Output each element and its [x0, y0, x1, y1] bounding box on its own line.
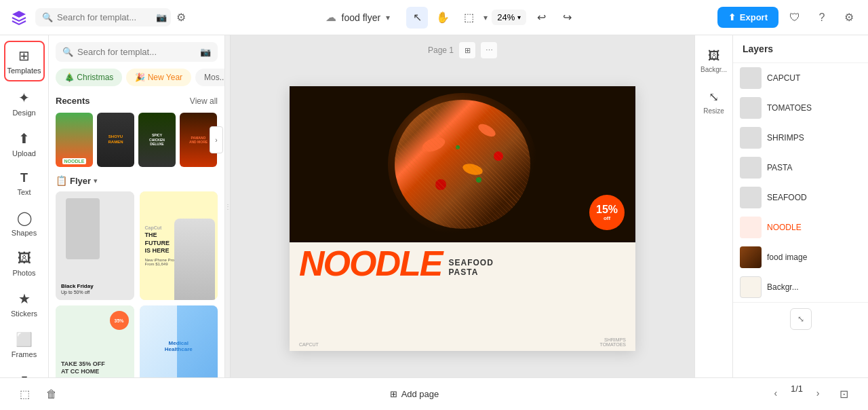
flyer-noodle-title: NOODLE	[299, 248, 441, 280]
layer-name-shrimps: SHRIMPS	[767, 133, 804, 143]
recents-title: Recents	[56, 96, 90, 106]
settings-button[interactable]: ⚙	[838, 7, 860, 29]
layers-expand-button[interactable]: ⤡	[790, 308, 812, 330]
canvas-scroll[interactable]: Page 1 ⊞ ⋯	[231, 35, 694, 377]
redo-button[interactable]: ↪	[556, 7, 578, 29]
tag-newyear[interactable]: 🎉 New Year	[126, 69, 191, 86]
layer-thumb-food-image	[740, 246, 762, 268]
layer-name-noodle: NOODLE	[767, 223, 802, 232]
add-page-button[interactable]: ⊞ Add page	[383, 385, 446, 403]
layer-item-seafood[interactable]: SEAFOOD	[733, 183, 868, 212]
panel-search-icon: 🔍	[62, 47, 73, 57]
layer-item-pasta[interactable]: PASTA	[733, 153, 868, 183]
background-icon: 🖼	[708, 49, 720, 63]
bottom-center-tools: ⊞ Add page	[383, 385, 446, 403]
export-button[interactable]: ⬆ Export	[717, 7, 778, 28]
left-sidebar: ⊞ Templates ✦ Design ⬆ Upload T Text ◯ S…	[0, 35, 49, 377]
layer-item-tomatoes[interactable]: TOMATOES	[733, 93, 868, 123]
sidebar-item-frames[interactable]: ⬜ Frames	[4, 326, 45, 364]
tag-more[interactable]: Mos...	[195, 69, 224, 86]
flyer-section-header[interactable]: 📋 Flyer ▾	[56, 175, 218, 186]
canvas-frame[interactable]: 15% off NOODLE SEAFOOD PAS	[290, 86, 635, 351]
delete-page-button[interactable]: 🗑	[41, 384, 62, 405]
help-button[interactable]: ?	[811, 7, 833, 29]
sidebar-item-text[interactable]: T Text	[4, 166, 45, 202]
layers-panel: Layers CAPCUT TOMATOES SHRIMPS PASTA SEA…	[732, 35, 868, 377]
frame-chevron-icon[interactable]: ▾	[484, 13, 488, 22]
tag-christmas[interactable]: 🎄 Christmas	[56, 69, 122, 86]
zoom-chevron-icon: ▾	[517, 14, 521, 21]
templates-icon: ⊞	[18, 48, 30, 64]
template-card-2[interactable]: CapCut THEFUTUREIS HERE New iPhone ProFr…	[140, 191, 218, 300]
flyer-footer: CAPCUT SHRIMPS TOMATOES	[299, 337, 626, 347]
search-input[interactable]	[57, 12, 152, 22]
select-tool-button[interactable]: ↖	[406, 7, 428, 29]
flyer-bottom: NOODLE SEAFOOD PASTA CAPCUT SHRIMPS	[290, 242, 635, 351]
prev-page-button[interactable]: ‹	[766, 384, 785, 403]
background-tool-button[interactable]: 🖼 Backgr...	[699, 42, 729, 80]
recent-thumb-3[interactable]: SPICYCHICKENDELUXE	[138, 113, 176, 167]
chevron-down-icon: ▾	[22, 372, 27, 377]
resize-tool-button[interactable]: ⤡ Resize	[699, 83, 729, 121]
layer-thumb-capcut	[740, 67, 762, 89]
recents-grid: NOODLE SHOYURAMEN SPICYCHICKENDELUXE	[56, 113, 218, 167]
template-card-1[interactable]: Black Friday Up to 50% off	[56, 191, 134, 300]
undo-button[interactable]: ↩	[530, 7, 552, 29]
template-card-3[interactable]: TAKE 35% OFFAT CC HOME SHOP NOW 35%	[56, 305, 134, 377]
sidebar-item-photos[interactable]: 🖼 Photos	[4, 245, 45, 282]
upload-icon: ⬆	[18, 130, 30, 147]
recents-scroll-right-button[interactable]: ›	[210, 126, 223, 153]
zoom-control[interactable]: 24% ▾	[492, 10, 526, 25]
layer-item-food-image[interactable]: food image	[733, 242, 868, 272]
next-page-button[interactable]: ›	[808, 384, 827, 403]
recent-thumb-1[interactable]: NOODLE	[56, 113, 93, 167]
side-tools-panel: 🖼 Backgr... ⤡ Resize	[694, 35, 732, 377]
discount-badge: 15% off	[589, 195, 625, 230]
discount-off-label: off	[604, 215, 610, 221]
layer-item-shrimps[interactable]: SHRIMPS	[733, 123, 868, 153]
layer-name-tomatoes: TOMATOES	[767, 103, 812, 113]
panel-search-box[interactable]: 🔍 📷	[56, 42, 218, 62]
frame-tool-button[interactable]: ⬚	[458, 7, 479, 29]
template-card-4[interactable]: MedicalHealthcare	[140, 305, 218, 377]
fullscreen-button[interactable]: ⊡	[833, 384, 854, 405]
sidebar-item-design[interactable]: ✦ Design	[4, 84, 45, 122]
hand-tool-button[interactable]: ✋	[432, 7, 454, 29]
sidebar-item-upload[interactable]: ⬆ Upload	[4, 125, 45, 163]
sidebar-item-stickers[interactable]: ★ Stickers	[4, 285, 45, 323]
resize-icon: ⤡	[709, 90, 719, 105]
search-box[interactable]: 🔍 📷	[35, 8, 171, 26]
layer-item-background[interactable]: Backgr...	[733, 272, 868, 302]
cloud-save-icon: ☁	[326, 11, 336, 24]
bottom-right-tools: ‹ 1/1 › ⊡	[766, 384, 854, 405]
panel-resize-handle[interactable]: ⋮	[225, 35, 231, 377]
sidebar-item-shapes[interactable]: ◯ Shapes	[4, 204, 45, 242]
panel-search-input[interactable]	[77, 47, 196, 57]
recents-header: Recents View all	[56, 96, 218, 106]
page-settings-button[interactable]: ⊞	[459, 42, 475, 58]
app-logo[interactable]	[8, 7, 30, 29]
layer-item-noodle[interactable]: NOODLE	[733, 212, 868, 242]
page-more-button[interactable]: ⋯	[481, 42, 497, 58]
flyer-pasta-text: PASTA	[448, 267, 493, 277]
shapes-icon: ◯	[17, 210, 32, 226]
flyer-detail-2: SHRIMPS	[599, 337, 626, 342]
layer-item-capcut[interactable]: CAPCUT	[733, 63, 868, 93]
canvas-content: 15% off NOODLE SEAFOOD PAS	[290, 86, 635, 351]
main-area: ⊞ Templates ✦ Design ⬆ Upload T Text ◯ S…	[0, 35, 868, 377]
page-thumbnail-button[interactable]: ⬚	[14, 384, 35, 405]
flyer-subtitle: SEAFOOD PASTA	[448, 258, 493, 280]
search-icon: 🔍	[42, 12, 53, 22]
sidebar-collapse-button[interactable]: ▾	[4, 367, 45, 377]
shield-icon-button[interactable]: 🛡	[784, 7, 806, 29]
sidebar-item-templates[interactable]: ⊞ Templates	[4, 41, 45, 81]
bottom-toolbar: ⬚ 🗑 ⊞ Add page ‹ 1/1 › ⊡	[0, 377, 868, 410]
page-counter: 1/1	[791, 384, 803, 405]
view-all-button[interactable]: View all	[190, 96, 218, 106]
layer-name-pasta: PASTA	[767, 163, 793, 172]
layer-name-background: Backgr...	[767, 282, 799, 292]
page-label: Page 1	[428, 45, 454, 55]
recent-thumb-2[interactable]: SHOYURAMEN	[97, 113, 134, 167]
filter-icon[interactable]: ⚙	[176, 11, 186, 24]
file-chevron-icon[interactable]: ▾	[386, 13, 390, 22]
